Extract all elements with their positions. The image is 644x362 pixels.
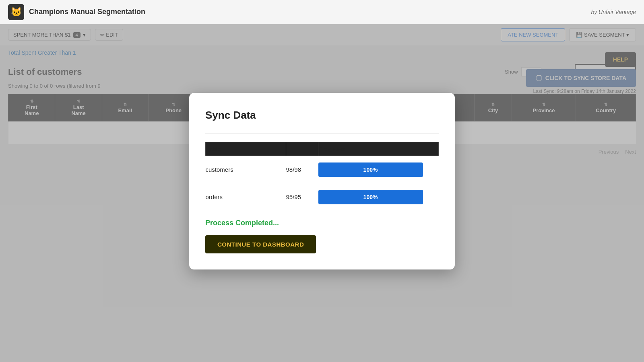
modal-row-count: 95/95 [286,183,318,211]
modal-table-header: Table Progress [206,142,439,156]
sync-progress-table: Table Progress customers 98/98 100% orde… [205,142,439,211]
progress-bar-container: 100% [318,162,423,177]
modal-backdrop: Sync Data Table Progress customers 98/98… [0,0,644,362]
modal-col-progress: Progress [318,142,439,156]
process-completed-text: Process Completed... [205,219,439,227]
progress-bar-fill: 100% [318,190,423,204]
modal-progress-cell: 100% [318,156,439,183]
modal-table-name: orders [206,183,286,211]
progress-bar-fill: 100% [318,162,423,177]
sync-data-modal: Sync Data Table Progress customers 98/98… [189,93,455,269]
modal-table-row: orders 95/95 100% [206,183,439,211]
modal-divider [205,134,439,134]
modal-row-count: 98/98 [286,156,318,183]
modal-progress-cell: 100% [318,183,439,211]
modal-table-row: customers 98/98 100% [206,156,439,183]
modal-col-count [286,142,318,156]
modal-table-name: customers [206,156,286,183]
modal-col-table: Table [206,142,286,156]
progress-bar-container: 100% [318,190,423,204]
modal-title: Sync Data [205,109,439,121]
continue-dashboard-button[interactable]: CONTINUE TO DASHBOARD [205,235,316,253]
